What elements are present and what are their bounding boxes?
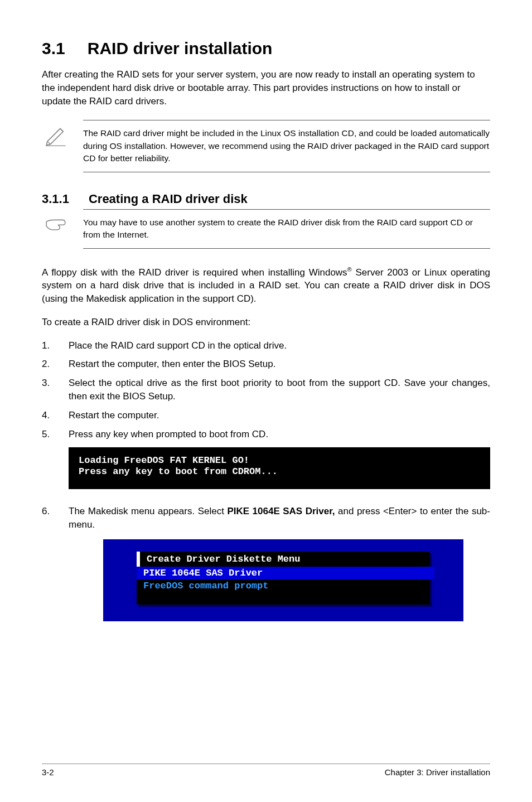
chapter-label: Chapter 3: Driver installation	[385, 767, 490, 777]
note-block-1: The RAID card driver might be included i…	[42, 120, 490, 172]
step-item: 6. The Makedisk menu appears. Select PIK…	[42, 505, 490, 532]
section-number: 3.1	[42, 39, 65, 57]
step-item: 3.Select the optical drive as the first …	[42, 376, 490, 403]
intro-paragraph: After creating the RAID sets for your se…	[42, 68, 490, 108]
menu-item-selected[interactable]: PIKE 1064E SAS Driver	[137, 567, 434, 579]
subsection-number: 3.1.1	[42, 192, 69, 206]
step-item: 4.Restart the computer.	[42, 409, 490, 422]
steps-list: 1.Place the RAID card support CD in the …	[42, 339, 490, 441]
diskette-menu-box: Create Driver Diskette Menu PIKE 1064E S…	[137, 552, 430, 605]
terminal-output: Loading FreeDOS FAT KERNEL GO! Press any…	[69, 447, 490, 489]
note-text-2: You may have to use another system to cr…	[83, 209, 490, 249]
subsection-title: 3.1.1Creating a RAID driver disk	[42, 192, 490, 206]
bold-driver-name: PIKE 1064E SAS Driver,	[227, 506, 335, 516]
steps-list-continued: 6. The Makedisk menu appears. Select PIK…	[42, 505, 490, 532]
menu-header: Create Driver Diskette Menu	[137, 552, 430, 567]
section-title: 3.1RAID driver installation	[42, 39, 490, 58]
step-item: 5.Press any key when prompted to boot fr…	[42, 428, 490, 441]
page-footer: 3-2 Chapter 3: Driver installation	[42, 764, 490, 777]
step-item: 2.Restart the computer, then enter the B…	[42, 357, 490, 371]
step-item: 1.Place the RAID card support CD in the …	[42, 339, 490, 352]
menu-item-option[interactable]: FreeDOS command prompt	[137, 579, 430, 592]
page-number: 3-2	[42, 767, 54, 777]
note-text-1: The RAID card driver might be included i…	[83, 120, 490, 172]
driver-disk-paragraph: A floppy disk with the RAID driver is re…	[42, 265, 490, 306]
hand-point-icon	[42, 209, 70, 237]
menu-blank-row	[137, 592, 430, 605]
dos-intro-paragraph: To create a RAID driver disk in DOS envi…	[42, 316, 490, 329]
subsection-title-text: Creating a RAID driver disk	[89, 192, 248, 206]
pencil-icon	[42, 120, 70, 148]
note-block-2: You may have to use another system to cr…	[42, 209, 490, 249]
section-title-text: RAID driver installation	[88, 39, 273, 57]
diskette-menu-screen: Create Driver Diskette Menu PIKE 1064E S…	[103, 539, 463, 621]
